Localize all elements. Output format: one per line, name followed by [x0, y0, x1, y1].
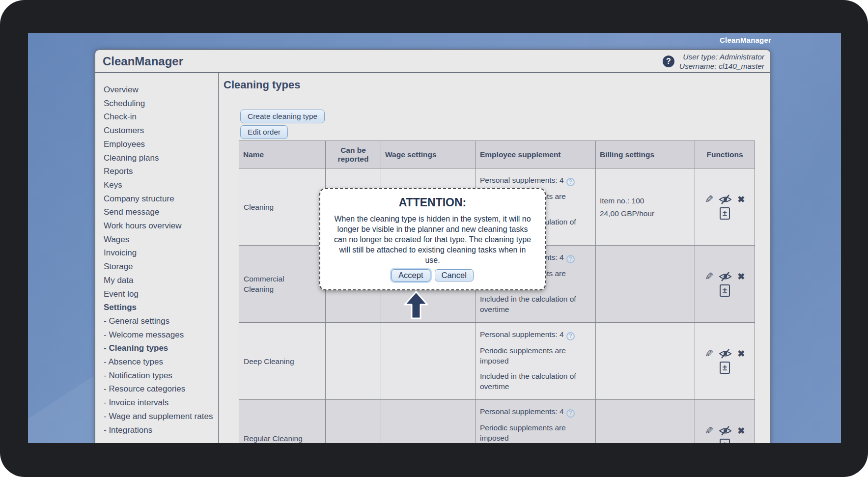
wage-settings-cell [381, 323, 476, 400]
edit-icon[interactable]: ✎ [705, 349, 714, 358]
sidebar-item[interactable]: - Notification types [95, 369, 218, 383]
sidebar-item[interactable]: - Absence types [95, 355, 218, 369]
hide-icon[interactable] [719, 272, 732, 281]
delete-icon[interactable]: ✖ [737, 271, 745, 282]
cleaning-type-name: Regular Cleaning [239, 400, 326, 444]
help-circle-icon[interactable]: ? [566, 255, 575, 263]
cleaning-type-name: Commercial Cleaning [239, 246, 326, 323]
hide-icon[interactable] [719, 349, 732, 359]
username-label: Username: cl140_master [679, 61, 764, 71]
supplement-icon[interactable]: ± [720, 439, 730, 443]
accept-button[interactable]: Accept [392, 269, 430, 281]
functions-cell: ✎ ✖ ± [695, 168, 755, 246]
desktop-brand-label: CleanManager [720, 36, 771, 44]
sidebar-item[interactable]: Overview [95, 83, 218, 97]
can-be-reported-cell [326, 323, 381, 400]
sidebar-item[interactable]: - Invoice intervals [95, 396, 218, 410]
wage-settings-cell [381, 400, 476, 444]
delete-icon[interactable]: ✖ [737, 348, 745, 359]
help-circle-icon[interactable]: ? [566, 409, 575, 418]
user-type-label: User type: Administrator [679, 52, 764, 61]
column-header: Employee supplement [476, 141, 596, 168]
sidebar-item[interactable]: Employees [95, 138, 218, 151]
supplement-icon[interactable]: ± [720, 362, 730, 374]
functions-cell: ✎ ✖ ± [695, 246, 755, 323]
page-title: Cleaning types [224, 79, 300, 91]
table-header-row: NameCan be reportedWage settingsEmployee… [239, 141, 755, 168]
screenshot-stage: CleanManager CleanManager ? User type: A… [0, 0, 868, 477]
hide-icon[interactable] [719, 426, 732, 436]
sidebar-item[interactable]: Wages [95, 233, 218, 247]
modal-body-text: When the cleaning type is hidden in the … [332, 214, 533, 265]
sidebar-item[interactable]: Send message [95, 205, 218, 219]
modal-buttons: Accept Cancel [332, 269, 533, 281]
help-circle-icon[interactable]: ? [566, 178, 575, 186]
billing-settings-cell [596, 323, 695, 400]
sidebar-item[interactable]: - General settings [95, 314, 218, 328]
supplement-icon[interactable]: ± [720, 207, 730, 220]
desktop-background: CleanManager CleanManager ? User type: A… [28, 33, 841, 443]
column-header: Name [239, 141, 326, 168]
header-right: ? User type: Administrator Username: cl1… [663, 52, 764, 71]
cleaning-type-name: Deep Cleaning [239, 323, 326, 400]
delete-icon[interactable]: ✖ [737, 194, 745, 205]
sidebar-item[interactable]: - Wage and supplement rates [95, 410, 218, 423]
sidebar-item[interactable]: Scheduling [95, 97, 218, 111]
billing-settings-cell [596, 246, 695, 323]
cancel-button[interactable]: Cancel [435, 269, 474, 281]
supplement-icon[interactable]: ± [720, 284, 730, 297]
edit-icon[interactable]: ✎ [705, 272, 714, 281]
sidebar-item[interactable]: Work hours overview [95, 219, 218, 233]
delete-icon[interactable]: ✖ [737, 425, 745, 436]
functions-cell: ✎ ✖ ± [695, 400, 755, 444]
sidebar-item[interactable]: - Resource categories [95, 382, 218, 396]
modal-title: ATTENTION: [332, 196, 533, 209]
column-header: Can be reported [326, 141, 381, 168]
column-header: Wage settings [381, 141, 476, 168]
sidebar-item[interactable]: Customers [95, 124, 218, 138]
sidebar-item[interactable]: - Welcome messages [95, 328, 218, 342]
sidebar-item[interactable]: Keys [95, 178, 218, 192]
employee-supplement-cell: Personal supplements: 4?Periodic supplem… [476, 400, 596, 444]
user-info: User type: Administrator Username: cl140… [679, 52, 764, 71]
sidebar-item[interactable]: My data [95, 274, 218, 287]
billing-settings-cell: Item no.: 10024,00 GBP/hour [596, 168, 695, 246]
cleaning-types-table: NameCan be reportedWage settingsEmployee… [239, 140, 755, 443]
billing-settings-cell [596, 400, 695, 444]
functions-cell: ✎ ✖ ± [695, 323, 755, 400]
sidebar-nav: OverviewSchedulingCheck-inCustomersEmplo… [95, 73, 219, 443]
table-row: Deep Cleaning Personal supplements: 4?Pe… [239, 323, 755, 400]
sidebar-item[interactable]: Reports [95, 165, 218, 178]
sidebar-item[interactable]: - Integrations [95, 423, 218, 437]
sidebar-item[interactable]: Invoicing [95, 246, 218, 260]
edit-icon[interactable]: ✎ [705, 426, 714, 435]
attention-modal: ATTENTION: When the cleaning type is hid… [319, 188, 546, 290]
sidebar-item[interactable]: Settings [95, 301, 218, 314]
sidebar-item[interactable]: Company structure [95, 192, 218, 206]
sidebar-item[interactable]: Cleaning plans [95, 151, 218, 165]
cleaning-type-name: Cleaning [239, 168, 326, 246]
app-title: CleanManager [103, 55, 183, 68]
window-header: CleanManager ? User type: Administrator … [95, 50, 770, 73]
column-header: Functions [695, 141, 755, 168]
edit-order-button[interactable]: Edit order [240, 125, 288, 139]
sidebar-item[interactable]: Check-in [95, 110, 218, 124]
cleaning-types-table-wrap: NameCan be reportedWage settingsEmployee… [239, 140, 755, 443]
sidebar-item[interactable]: Event log [95, 287, 218, 301]
employee-supplement-cell: Personal supplements: 4?Periodic supplem… [476, 323, 596, 400]
hide-icon[interactable] [719, 195, 732, 204]
cursor-arrow-icon [403, 290, 429, 320]
help-icon[interactable]: ? [663, 56, 674, 67]
help-circle-icon[interactable]: ? [566, 332, 575, 340]
can-be-reported-cell [326, 400, 381, 444]
table-row: Regular Cleaning Personal supplements: 4… [239, 400, 755, 444]
sidebar-item[interactable]: Storage [95, 260, 218, 274]
sidebar-item[interactable]: - Cleaning types [95, 341, 218, 355]
column-header: Billing settings [596, 141, 695, 168]
create-cleaning-type-button[interactable]: Create cleaning type [240, 110, 325, 123]
edit-icon[interactable]: ✎ [705, 195, 714, 204]
